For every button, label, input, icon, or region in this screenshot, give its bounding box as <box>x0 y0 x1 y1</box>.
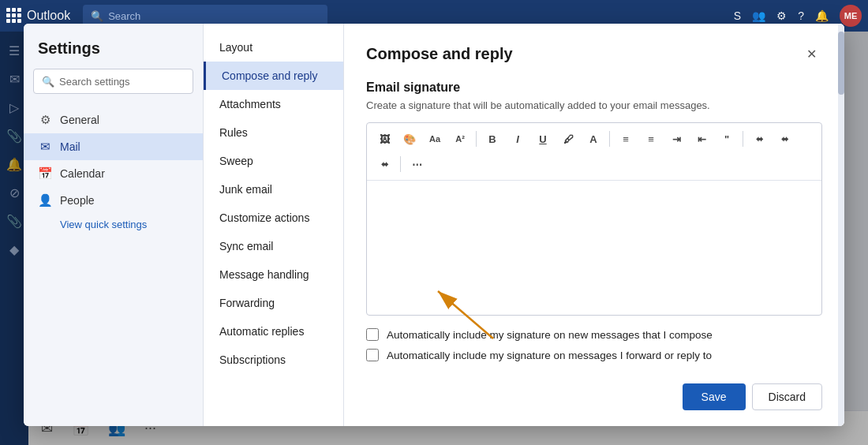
panel-footer: Save Discard <box>366 371 822 410</box>
nav-mail-label: Mail <box>60 140 80 153</box>
search-settings-placeholder: Search settings <box>59 76 130 88</box>
close-button[interactable]: ✕ <box>800 43 822 65</box>
settings-title: Settings <box>24 39 203 69</box>
toolbar-sep-2 <box>609 131 610 147</box>
nav-item-general[interactable]: ⚙ General <box>24 107 203 133</box>
toolbar-font-size-btn[interactable]: Aa <box>424 128 446 150</box>
menu-forwarding[interactable]: Forwarding <box>204 289 343 317</box>
scroll-indicator[interactable] <box>838 24 844 426</box>
waffle-icon[interactable] <box>6 8 22 24</box>
editor-body[interactable] <box>367 181 821 315</box>
settings-nav: ⚙ General ✉ Mail 📅 Calendar 👤 People Vie… <box>24 107 203 235</box>
skype-icon[interactable]: S <box>734 9 741 22</box>
menu-compose-reply[interactable]: Compose and reply <box>204 62 343 90</box>
arrow-annotation <box>414 275 509 354</box>
checkbox-row-1: Automatically include my signature on ne… <box>366 328 822 341</box>
menu-subscriptions[interactable]: Subscriptions <box>204 346 343 374</box>
people-icon[interactable]: 👥 <box>752 9 765 22</box>
toolbar-align-c-btn[interactable]: ⬌ <box>773 128 795 150</box>
toolbar-bold-btn[interactable]: B <box>481 128 503 150</box>
people-nav-icon: 👤 <box>38 193 52 208</box>
search-settings-input[interactable]: 🔍 Search settings <box>33 69 193 94</box>
toolbar-list-btn[interactable]: ≡ <box>640 128 662 150</box>
search-settings-icon: 🔍 <box>42 76 54 88</box>
signature-editor: 🖼 🎨 Aa A² B I U 🖊 A ≡ ≡ ⇥ ⇤ " ⬌ ⬌ ⬌ <box>366 122 822 316</box>
toolbar-superscript-btn[interactable]: A² <box>449 128 471 150</box>
toolbar-more-btn[interactable]: ⋯ <box>406 153 428 175</box>
checkbox-new-messages[interactable] <box>366 328 379 341</box>
app-logo: Outlook <box>6 8 70 24</box>
scroll-thumb <box>838 32 844 95</box>
toolbar-indent-btn[interactable]: ⇥ <box>665 128 687 150</box>
menu-attachments[interactable]: Attachments <box>204 90 343 118</box>
toolbar-align-left-btn[interactable]: ≡ <box>615 128 637 150</box>
nav-calendar-label: Calendar <box>60 167 105 180</box>
toolbar-font-color-btn[interactable]: A <box>582 128 604 150</box>
nav-item-calendar[interactable]: 📅 Calendar <box>24 160 203 187</box>
toolbar-sep-4 <box>400 156 401 172</box>
toolbar-sep-3 <box>743 131 743 147</box>
menu-junk-email[interactable]: Junk email <box>204 175 343 204</box>
mail-icon: ✉ <box>38 140 52 154</box>
checkbox1-label: Automatically include my signature on ne… <box>387 329 713 341</box>
menu-sweep[interactable]: Sweep <box>204 147 343 175</box>
nav-item-mail[interactable]: ✉ Mail <box>24 133 203 160</box>
toolbar-align-l-btn[interactable]: ⬌ <box>748 128 770 150</box>
menu-customize-actions[interactable]: Customize actions <box>204 204 343 232</box>
general-icon: ⚙ <box>38 113 52 127</box>
settings-modal: Settings 🔍 Search settings ⚙ General ✉ M… <box>24 24 844 426</box>
checkbox-row-2: Automatically include my signature on me… <box>366 349 822 361</box>
section-title: Email signature <box>366 80 822 95</box>
panel-title: Compose and reply <box>366 45 513 63</box>
notifications-icon[interactable]: 🔔 <box>815 9 829 22</box>
panel-header: Compose and reply ✕ <box>366 43 822 65</box>
settings-left-panel: Settings 🔍 Search settings ⚙ General ✉ M… <box>24 24 204 426</box>
checkbox2-label: Automatically include my signature on me… <box>387 350 712 361</box>
app-name: Outlook <box>27 9 70 23</box>
toolbar-italic-btn[interactable]: I <box>507 128 529 150</box>
toolbar-quote-btn[interactable]: " <box>716 128 738 150</box>
nav-people-label: People <box>60 194 95 207</box>
settings-right-panel: Compose and reply ✕ Email signature Crea… <box>344 24 844 426</box>
settings-icon[interactable]: ⚙ <box>776 9 787 22</box>
toolbar-highlight-btn[interactable]: 🖊 <box>557 128 579 150</box>
toolbar-image-btn[interactable]: 🖼 <box>373 128 395 150</box>
search-icon: 🔍 <box>91 10 103 22</box>
nav-item-people[interactable]: 👤 People <box>24 187 203 214</box>
nav-general-label: General <box>60 114 99 126</box>
menu-sync-email[interactable]: Sync email <box>204 232 343 260</box>
menu-automatic-replies[interactable]: Automatic replies <box>204 317 343 346</box>
top-search-placeholder: Search <box>108 10 140 22</box>
save-button[interactable]: Save <box>683 383 746 410</box>
discard-button[interactable]: Discard <box>752 383 822 410</box>
toolbar-format-btn[interactable]: 🎨 <box>398 128 421 150</box>
toolbar-sep-1 <box>476 131 477 147</box>
menu-rules[interactable]: Rules <box>204 118 343 147</box>
checkbox-forward-reply[interactable] <box>366 349 379 361</box>
settings-middle-panel: Layout Compose and reply Attachments Rul… <box>204 24 344 426</box>
toolbar-align-r-btn[interactable]: ⬌ <box>373 153 395 175</box>
editor-toolbar: 🖼 🎨 Aa A² B I U 🖊 A ≡ ≡ ⇥ ⇤ " ⬌ ⬌ ⬌ <box>367 123 821 181</box>
menu-layout[interactable]: Layout <box>204 33 343 62</box>
section-desc: Create a signature that will be automati… <box>366 99 822 111</box>
calendar-icon: 📅 <box>38 166 52 181</box>
view-quick-settings-link[interactable]: View quick settings <box>24 214 203 235</box>
toolbar-outdent-btn[interactable]: ⇤ <box>690 128 713 150</box>
menu-message-handling[interactable]: Message handling <box>204 260 343 289</box>
help-icon[interactable]: ? <box>798 9 804 22</box>
toolbar-underline-btn[interactable]: U <box>532 128 554 150</box>
